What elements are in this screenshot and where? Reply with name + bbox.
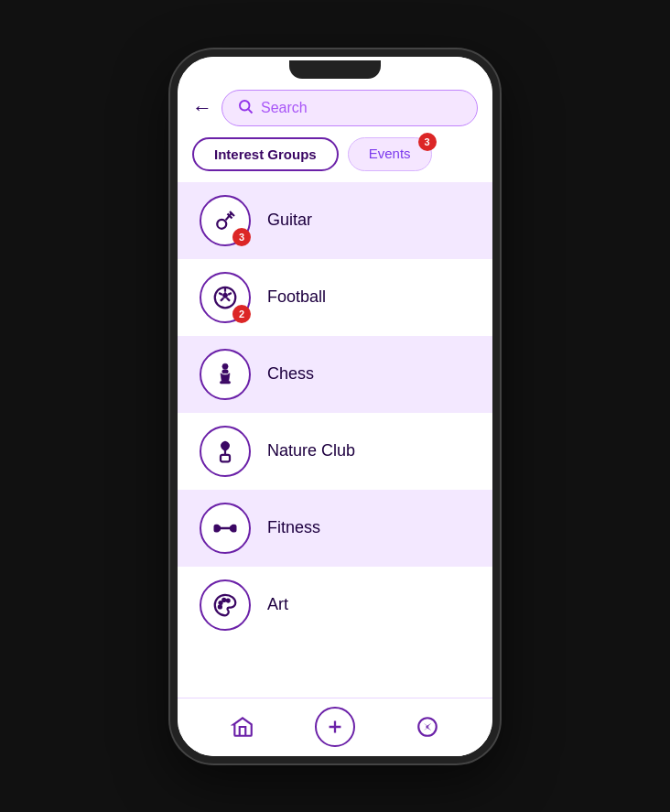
svg-line-7 bbox=[228, 293, 232, 295]
add-button[interactable] bbox=[315, 707, 355, 747]
fitness-icon bbox=[211, 514, 239, 542]
svg-point-0 bbox=[240, 101, 250, 111]
guitar-badge: 3 bbox=[232, 228, 251, 246]
list-item[interactable]: Nature Club bbox=[178, 413, 492, 490]
art-icon-wrap bbox=[200, 579, 251, 631]
svg-point-11 bbox=[222, 363, 228, 369]
list-item[interactable]: Art bbox=[178, 567, 492, 644]
svg-point-22 bbox=[222, 598, 225, 601]
compass-button[interactable] bbox=[407, 707, 448, 747]
events-badge: 3 bbox=[418, 133, 437, 151]
guitar-label: Guitar bbox=[267, 211, 312, 230]
football-icon-wrap: 2 bbox=[200, 272, 251, 323]
svg-line-10 bbox=[219, 293, 222, 295]
svg-point-23 bbox=[227, 599, 230, 601]
tab-events[interactable]: Events 3 bbox=[348, 137, 432, 171]
list-item[interactable]: 3 Guitar bbox=[178, 182, 492, 259]
search-bar[interactable] bbox=[222, 90, 478, 126]
tab-interest-groups[interactable]: Interest Groups bbox=[192, 137, 339, 171]
header: ← bbox=[178, 82, 492, 137]
fitness-icon-wrap bbox=[200, 503, 251, 554]
svg-marker-5 bbox=[222, 291, 228, 298]
svg-point-21 bbox=[220, 601, 222, 604]
notch bbox=[289, 60, 381, 79]
nature-icon bbox=[211, 438, 239, 465]
list-item[interactable]: 2 Football bbox=[178, 259, 492, 336]
status-bar bbox=[178, 57, 492, 82]
guitar-icon-wrap: 3 bbox=[200, 195, 251, 246]
svg-line-9 bbox=[221, 298, 223, 300]
football-badge: 2 bbox=[232, 305, 251, 323]
search-icon bbox=[237, 98, 254, 118]
svg-rect-14 bbox=[221, 454, 230, 461]
svg-point-2 bbox=[217, 219, 226, 228]
nature-icon-wrap bbox=[200, 426, 251, 477]
svg-rect-19 bbox=[231, 526, 233, 530]
interest-groups-list: 3 Guitar 2 F bbox=[178, 182, 492, 698]
tab-bar: Interest Groups Events 3 bbox=[178, 137, 492, 182]
svg-point-20 bbox=[219, 605, 222, 608]
fitness-label: Fitness bbox=[267, 518, 320, 537]
svg-line-1 bbox=[248, 109, 252, 113]
football-label: Football bbox=[267, 287, 326, 307]
art-label: Art bbox=[267, 595, 288, 614]
back-button[interactable]: ← bbox=[192, 96, 212, 120]
phone-frame: ← Interest Groups Events 3 bbox=[170, 49, 500, 763]
chess-icon bbox=[211, 361, 239, 388]
list-item[interactable]: Fitness bbox=[178, 490, 492, 567]
chess-label: Chess bbox=[267, 364, 314, 384]
chess-icon-wrap bbox=[200, 349, 251, 400]
bottom-nav bbox=[178, 698, 492, 756]
svg-rect-18 bbox=[217, 526, 220, 530]
search-input[interactable] bbox=[261, 100, 462, 116]
home-button[interactable] bbox=[222, 707, 263, 747]
phone-screen: ← Interest Groups Events 3 bbox=[178, 57, 492, 756]
nature-club-label: Nature Club bbox=[267, 441, 355, 460]
svg-rect-13 bbox=[220, 381, 230, 384]
svg-rect-12 bbox=[222, 370, 228, 374]
svg-line-8 bbox=[227, 298, 230, 300]
list-item[interactable]: Chess bbox=[178, 336, 492, 413]
art-icon bbox=[211, 591, 239, 619]
